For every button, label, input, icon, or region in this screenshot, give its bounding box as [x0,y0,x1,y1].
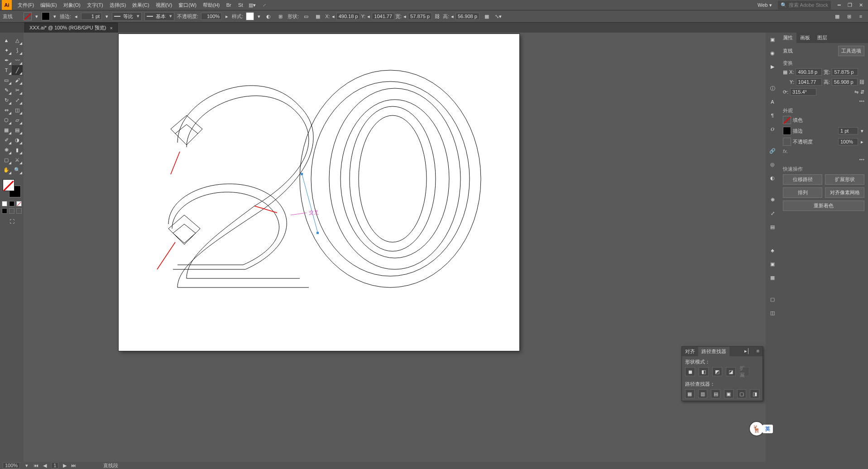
fill-color-box[interactable] [3,179,14,191]
shape-icon-1[interactable]: ▭ [302,12,311,21]
h-field[interactable]: 56.908 p [456,13,480,20]
stock-icon[interactable]: St [235,0,245,10]
panel-btn-color[interactable]: ▣ [767,34,777,44]
search-stock[interactable]: 🔍 搜索 Adobe Stock [778,1,831,10]
panel-btn-libraries-2[interactable]: ▣ [767,259,777,269]
magic-wand-tool[interactable]: ✦ [1,45,12,55]
shape-builder-tool[interactable]: ⬡ [1,115,12,125]
y-stepper[interactable]: ◂ [366,14,371,19]
bridge-icon[interactable]: Br [224,0,234,10]
pathfinder-tab-pathfinder[interactable]: 路径查找器 [698,347,729,356]
shaper-tool[interactable]: ✎ [1,85,12,95]
flip-v-icon[interactable]: ⇵ [860,89,864,95]
window-close[interactable]: ✕ [855,0,866,10]
workspace-switcher[interactable]: Web ▾ [754,2,775,8]
quick-offset-path[interactable]: 位移路径 [783,174,822,185]
type-tool[interactable]: T [1,65,12,75]
stroke-decrement[interactable]: ◂ [74,14,78,19]
prop-x-field[interactable]: 490.18 p [796,68,822,76]
quick-expand-shape[interactable]: 扩展形状 [825,174,864,185]
screen-mode-toggle[interactable]: ⛶ [6,216,17,226]
prop-stroke-field[interactable]: 1 pt [838,127,858,134]
menu-effect[interactable]: 效果(C) [129,2,152,9]
draw-mode-inside[interactable] [16,208,22,214]
panel-btn-para[interactable]: ¶ [767,110,777,120]
artboard-tool[interactable]: ▢ [1,155,12,165]
pf-trim[interactable]: ▥ [698,389,708,398]
paintbrush-tool[interactable]: 🖌 [12,75,23,85]
w-stepper[interactable]: ◂ [403,14,407,19]
quick-pixel-align[interactable]: 对齐像素网格 [825,187,864,198]
pixel-grid-icon[interactable]: ▦ [482,12,491,21]
panel-btn-asset-2[interactable]: ◫ [767,308,777,318]
line-segment-tool[interactable]: ╱ [12,65,23,75]
stroke-swatch[interactable] [42,12,50,20]
artboard-nav-prev[interactable]: ◀ [43,463,47,469]
pf-merge[interactable]: ▤ [711,389,720,398]
prop-w-field[interactable]: 57.875 p [832,68,858,76]
panel-btn-symbols[interactable]: ❋ [767,195,777,205]
rotate-tool[interactable]: ↻ [1,95,12,105]
canvas[interactable]: 交叉 [24,33,766,462]
pf-divide[interactable]: ▦ [685,389,695,398]
ctrl-right-icon-3[interactable]: ≡ [856,12,865,21]
recolor-icon[interactable]: ◐ [264,12,273,21]
document-tab[interactable]: XXX.ai* @ 100% (RGB/GPU 预览) × [24,23,118,33]
panel-btn-brushes[interactable]: ▶ [767,62,777,72]
pathfinder-panel[interactable]: 对齐 路径查找器 ▸│ ≡ 形状模式： ◼ ◧ ◩ ◪ 扩展 路径查找器： ▦ … [681,346,763,401]
artboard-nav-last[interactable]: ⏭ [71,463,76,468]
panel-btn-links[interactable]: 🔗 [767,146,777,156]
pen-tool[interactable]: ✒ [1,55,12,65]
menu-view[interactable]: 视图(V) [153,2,176,9]
artboard-number-field[interactable]: 1 [51,462,58,469]
scale-tool[interactable]: ⤢ [12,95,23,105]
direct-selection-tool[interactable]: △ [12,35,23,45]
curvature-tool[interactable]: 〰 [12,55,23,65]
perspective-tool[interactable]: ▱ [12,115,23,125]
gpu-icon[interactable]: ⟋ [259,0,269,10]
transform-icon[interactable]: ⤡▾ [494,12,503,21]
zoom-dropdown[interactable]: ▾ [24,463,29,469]
shape-exclude[interactable]: ◪ [726,367,736,376]
panel-btn-info[interactable]: ⓘ [767,83,777,93]
color-mode-gradient[interactable] [9,201,14,206]
panel-btn-asset-1[interactable]: ▢ [767,294,777,304]
h-stepper[interactable]: ◂ [450,14,455,19]
panel-btn-glyph[interactable]: 𝑂 [767,124,777,134]
opacity-field[interactable]: 100% [201,13,222,20]
y-field[interactable]: 1041.77 [372,13,394,20]
pf-minus-back[interactable]: ◨ [750,389,759,398]
panel-btn-styles[interactable]: ◐ [767,173,777,183]
column-graph-tool[interactable]: ▮ [12,145,23,155]
prop-y-field[interactable]: 1041.77 [796,78,822,86]
shape-intersect[interactable]: ◩ [712,367,722,376]
prop-angle-field[interactable]: 315.4° [790,88,816,96]
symbol-sprayer-tool[interactable]: ❋ [1,145,12,155]
free-transform-tool[interactable]: ◫ [12,105,23,115]
arrange-icon[interactable]: ▥▾ [247,0,257,10]
panel-btn-libraries-1[interactable]: ♣ [767,245,777,255]
ctrl-right-icon-2[interactable]: ⊞ [844,12,854,21]
quick-arrange[interactable]: 排列 [783,187,822,198]
w-field[interactable]: 57.875 p [408,13,432,20]
style-swatch[interactable] [246,12,254,20]
pathfinder-collapse-icon[interactable]: ▸│ [741,347,753,356]
menu-select[interactable]: 选择(S) [106,2,129,9]
zoom-tool[interactable]: 🔍 [12,165,23,175]
lasso-tool[interactable]: ⟆ [12,45,23,55]
mesh-tool[interactable]: ▦ [1,125,12,135]
shape-unite[interactable]: ◼ [685,367,695,376]
appearance-more-icon[interactable]: ••• [783,157,864,162]
stroke-increment[interactable]: ▾ [105,14,109,19]
align-icon[interactable]: ⊞ [276,12,285,21]
selection-tool[interactable]: ▲ [1,35,12,45]
panel-btn-transform[interactable]: ⤢ [767,208,777,218]
rectangle-tool[interactable]: ▭ [1,75,12,85]
tool-options-button[interactable]: 工具选项 [838,46,864,56]
prop-stroke-swatch[interactable] [783,127,791,135]
flip-h-icon[interactable]: ⇋ [854,89,858,95]
width-tool[interactable]: ⇔ [1,105,12,115]
color-mode-solid[interactable] [2,201,7,206]
fill-stroke-control[interactable] [2,178,22,198]
prop-fill-swatch[interactable] [783,116,791,124]
